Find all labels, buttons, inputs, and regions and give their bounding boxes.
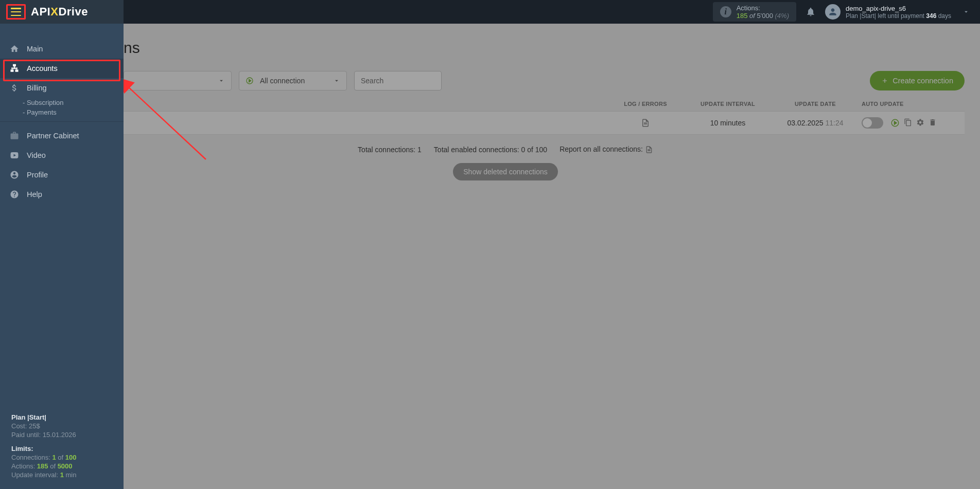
actions-numbers: 185 of 5'000 (4%) bbox=[737, 12, 789, 20]
logo-x: X bbox=[50, 5, 58, 18]
th-auto: AUTO UPDATE bbox=[862, 101, 954, 107]
sidebar-sub-subscription[interactable]: - Subscription bbox=[23, 98, 124, 107]
logo-drive: Drive bbox=[58, 5, 88, 18]
log-icon[interactable] bbox=[604, 118, 687, 128]
actions-label: Actions: bbox=[737, 4, 789, 12]
summary-report: Report on all connections: bbox=[559, 145, 653, 154]
home-icon bbox=[9, 44, 20, 53]
filter-select-1[interactable] bbox=[124, 71, 232, 90]
table-row[interactable]: 10 minutes 03.02.2025 11:24 bbox=[46, 111, 965, 135]
th-date: UPDATE DATE bbox=[769, 101, 862, 107]
nav: Main Accounts Billing - Subscription - P… bbox=[0, 24, 124, 404]
topbar-right: i Actions: 185 of 5'000 (4%) demo_apix-d… bbox=[713, 2, 980, 22]
main-content: ns All connection Create connection LO bbox=[0, 24, 980, 489]
sidebar-item-profile[interactable]: Profile bbox=[0, 165, 124, 185]
sidebar-sub-payments[interactable]: - Payments bbox=[23, 107, 124, 117]
video-icon bbox=[9, 151, 20, 160]
toolbar: All connection Create connection bbox=[46, 71, 965, 90]
logo-area: APIXDrive bbox=[0, 0, 124, 24]
create-connection-button[interactable]: Create connection bbox=[870, 71, 965, 90]
sidebar-item-accounts[interactable]: Accounts bbox=[0, 59, 124, 78]
svg-rect-3 bbox=[11, 70, 13, 71]
briefcase-icon bbox=[9, 131, 20, 140]
page-title: ns bbox=[46, 39, 965, 57]
search-input[interactable] bbox=[354, 71, 442, 90]
dollar-icon bbox=[9, 83, 20, 93]
sidebar-footer: Plan |Start| Cost: 25$ Paid until: 15.01… bbox=[0, 404, 124, 489]
bell-icon[interactable] bbox=[806, 7, 816, 17]
sidebar: Main Accounts Billing - Subscription - P… bbox=[0, 24, 124, 489]
hamburger-menu-icon[interactable] bbox=[11, 8, 21, 16]
svg-rect-4 bbox=[15, 70, 18, 71]
user-name: demo_apix-drive_s6 bbox=[846, 5, 951, 12]
info-icon: i bbox=[720, 6, 731, 17]
user-menu[interactable]: demo_apix-drive_s6 Plan |Start| left unt… bbox=[825, 4, 970, 20]
summary-enabled: Total enabled connections: 0 of 100 bbox=[434, 146, 547, 154]
actions-counter[interactable]: i Actions: 185 of 5'000 (4%) bbox=[713, 2, 796, 22]
topbar: APIXDrive i Actions: 185 of 5'000 (4%) bbox=[0, 0, 980, 24]
summary-total: Total connections: 1 bbox=[358, 146, 422, 154]
sidebar-item-partner-cabinet[interactable]: Partner Cabinet bbox=[0, 126, 124, 146]
gear-icon[interactable] bbox=[916, 118, 924, 128]
summary: Total connections: 1 Total enabled conne… bbox=[46, 145, 965, 154]
show-deleted-button[interactable]: Show deleted connections bbox=[453, 163, 557, 180]
user-plan-info: Plan |Start| left until payment 346 days bbox=[846, 12, 951, 20]
logo[interactable]: APIXDrive bbox=[31, 5, 88, 19]
th-log: LOG / ERRORS bbox=[604, 101, 687, 107]
th-interval: UPDATE INTERVAL bbox=[687, 101, 769, 107]
auto-update-toggle[interactable] bbox=[862, 117, 883, 129]
td-date: 03.02.2025 11:24 bbox=[769, 119, 862, 127]
play-icon[interactable] bbox=[890, 118, 900, 128]
sf-plan: Plan |Start| bbox=[11, 413, 112, 421]
copy-icon[interactable] bbox=[904, 118, 912, 128]
help-icon bbox=[9, 190, 20, 199]
sidebar-item-help[interactable]: Help bbox=[0, 185, 124, 204]
td-interval: 10 minutes bbox=[687, 119, 769, 127]
chevron-down-icon bbox=[962, 8, 970, 15]
trash-icon[interactable] bbox=[929, 118, 937, 128]
connections-table: LOG / ERRORS UPDATE INTERVAL UPDATE DATE… bbox=[46, 97, 965, 135]
sidebar-item-video[interactable]: Video bbox=[0, 146, 124, 165]
sitemap-icon bbox=[9, 64, 20, 73]
filter-select-connection[interactable]: All connection bbox=[239, 71, 347, 90]
sidebar-item-main[interactable]: Main bbox=[0, 39, 124, 59]
svg-rect-2 bbox=[13, 65, 16, 66]
hamburger-highlight-box bbox=[6, 4, 26, 20]
avatar-icon bbox=[825, 4, 841, 20]
logo-api: API bbox=[31, 5, 50, 18]
user-icon bbox=[9, 170, 20, 179]
sidebar-item-billing[interactable]: Billing bbox=[0, 78, 124, 98]
